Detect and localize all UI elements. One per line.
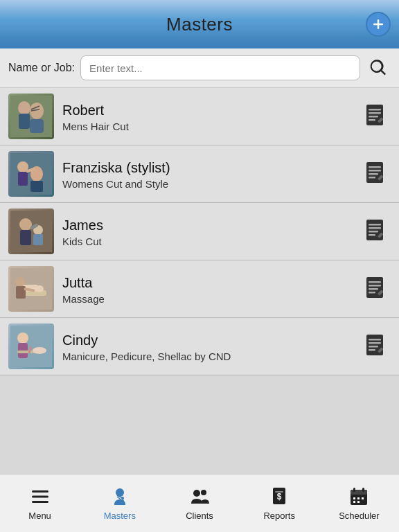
nav-item-masters[interactable]: Masters [80, 475, 159, 532]
edit-icon [364, 218, 387, 245]
svg-point-27 [19, 218, 32, 231]
nav-label-reports: Reports [263, 511, 295, 521]
svg-rect-82 [357, 501, 360, 503]
list-item-info: Robert Mens Hair Cut [54, 101, 360, 132]
nav-label-menu: Menu [28, 511, 51, 521]
edit-icon [364, 161, 387, 187]
svg-rect-73 [275, 491, 283, 493]
edit-icon [364, 103, 387, 130]
svg-rect-2 [30, 119, 44, 133]
edit-button[interactable] [360, 331, 391, 362]
list-item: James Kids Cut [0, 203, 399, 260]
svg-rect-18 [18, 172, 28, 186]
svg-rect-22 [369, 170, 381, 172]
menu-icon [29, 486, 51, 508]
svg-rect-80 [362, 497, 364, 499]
master-job: Kids Cut [62, 236, 360, 247]
svg-rect-36 [369, 234, 375, 236]
svg-rect-33 [369, 224, 381, 226]
add-master-button[interactable] [366, 12, 391, 37]
svg-rect-48 [369, 288, 378, 290]
edit-button[interactable] [360, 216, 391, 247]
avatar-image [10, 268, 52, 310]
list-item: Jutta Massage [0, 260, 399, 318]
master-job: Mens Hair Cut [62, 121, 360, 132]
svg-rect-76 [353, 488, 355, 492]
svg-rect-61 [369, 349, 375, 351]
svg-rect-46 [369, 281, 381, 283]
svg-rect-10 [369, 112, 381, 114]
list-item-info: James Kids Cut [54, 216, 360, 247]
search-input[interactable] [80, 55, 360, 80]
nav-label-clients: Clients [186, 511, 213, 521]
edit-icon [364, 276, 387, 302]
masters-icon [109, 486, 131, 508]
svg-rect-23 [369, 173, 378, 175]
svg-rect-8 [366, 105, 383, 125]
master-name: Franziska (stylist) [62, 159, 360, 177]
search-icon [369, 58, 388, 78]
svg-rect-5 [19, 114, 30, 129]
avatar-image [10, 326, 52, 367]
nav-item-menu[interactable]: Menu [0, 475, 80, 532]
svg-rect-20 [366, 162, 383, 183]
svg-point-55 [33, 347, 46, 354]
edit-button[interactable] [360, 101, 391, 132]
clients-icon [188, 486, 211, 508]
svg-rect-9 [369, 109, 381, 111]
svg-rect-45 [366, 277, 383, 298]
svg-rect-21 [369, 166, 381, 168]
svg-point-67 [121, 497, 124, 499]
list-item: Robert Mens Hair Cut [0, 88, 399, 145]
content-area: Name or Job: [0, 48, 399, 474]
svg-rect-47 [369, 285, 381, 287]
edit-icon [364, 333, 387, 360]
avatar [8, 209, 54, 254]
list-item-info: Franziska (stylist) Womens Cut and Style [54, 159, 360, 190]
svg-rect-63 [32, 490, 48, 493]
master-job: Womens Cut and Style [62, 178, 360, 190]
search-bar: Name or Job: [0, 48, 399, 88]
avatar [8, 94, 54, 139]
edit-button[interactable] [360, 274, 391, 304]
svg-rect-57 [366, 335, 383, 355]
svg-rect-43 [16, 286, 26, 299]
svg-rect-77 [362, 488, 364, 492]
master-name: Cindy [62, 331, 360, 349]
avatar-image [10, 211, 52, 252]
plus-icon [371, 17, 385, 31]
svg-rect-34 [369, 227, 381, 229]
master-name: James [62, 216, 360, 234]
nav-item-clients[interactable]: Clients [159, 475, 239, 532]
reports-icon: $ [268, 486, 290, 508]
master-job: Massage [62, 293, 360, 305]
nav-label-scheduler: Scheduler [339, 511, 380, 521]
avatar-image [10, 153, 52, 195]
svg-rect-12 [369, 119, 375, 121]
svg-point-66 [116, 488, 124, 497]
list-item-info: Cindy Manicure, Pedicure, Shellac by CND [54, 331, 360, 362]
nav-label-masters: Masters [104, 511, 136, 521]
master-name: Jutta [62, 274, 360, 292]
avatar-image [10, 96, 52, 137]
nav-item-scheduler[interactable]: Scheduler [319, 475, 399, 532]
svg-rect-28 [20, 230, 31, 245]
svg-rect-30 [33, 234, 43, 245]
svg-point-52 [17, 332, 28, 344]
edit-button[interactable] [360, 159, 391, 189]
svg-rect-58 [369, 339, 381, 341]
nav-item-reports[interactable]: $ Reports [240, 475, 319, 532]
svg-rect-26 [10, 211, 52, 252]
list-item: Cindy Manicure, Pedicure, Shellac by CND [0, 318, 399, 375]
svg-rect-64 [32, 496, 48, 498]
list-item-info: Jutta Massage [54, 274, 360, 305]
svg-point-42 [15, 277, 25, 287]
search-label: Name or Job: [8, 62, 75, 74]
svg-rect-60 [369, 346, 378, 348]
svg-rect-11 [369, 116, 378, 118]
search-button[interactable] [366, 55, 391, 80]
list-item: Franziska (stylist) Womens Cut and Style [0, 145, 399, 203]
masters-list: Robert Mens Hair Cut [0, 88, 399, 375]
page-title: Masters [166, 14, 233, 35]
svg-point-70 [201, 490, 206, 495]
